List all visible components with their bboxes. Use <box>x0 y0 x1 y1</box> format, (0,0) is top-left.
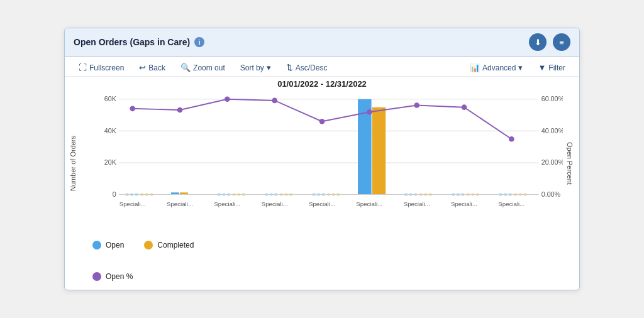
svg-text:Speciali...: Speciali... <box>262 200 288 207</box>
svg-text:60K: 60K <box>104 95 117 102</box>
svg-point-34 <box>319 119 325 124</box>
svg-text:40K: 40K <box>104 127 117 134</box>
svg-text:60.00%: 60.00% <box>541 95 563 102</box>
filter-button[interactable]: ▼ Filter <box>535 62 568 74</box>
svg-text:Speciali...: Speciali... <box>356 200 382 207</box>
asc-desc-button[interactable]: ⇅ Asc/Desc <box>284 62 330 74</box>
zoom-out-label: Zoom out <box>193 63 225 72</box>
toolbar: ⛶ Fullscreen ↩ Back 🔍 Zoom out Sort by ▾… <box>65 57 579 77</box>
advanced-button[interactable]: 📊 Advanced ▾ <box>467 62 525 74</box>
svg-point-31 <box>177 107 183 113</box>
sort-by-label: Sort by <box>240 63 264 72</box>
legend-area: Open Completed Open % <box>65 234 579 290</box>
advanced-label: Advanced <box>482 63 516 72</box>
legend-open: Open <box>92 241 124 249</box>
svg-point-38 <box>509 136 514 142</box>
svg-text:20.00%: 20.00% <box>541 158 563 166</box>
back-button[interactable]: ↩ Back <box>136 62 168 74</box>
filter-icon: ▼ <box>538 63 546 72</box>
asc-desc-label: Asc/Desc <box>296 63 328 72</box>
y-axis-right-label: Open Percent <box>563 92 577 234</box>
open-percent-legend-label: Open % <box>106 272 133 281</box>
info-icon[interactable]: i <box>194 37 204 47</box>
asc-desc-icon: ⇅ <box>286 63 293 72</box>
download-button[interactable]: ⬇ <box>529 33 547 51</box>
chevron-down-icon: ▾ <box>267 63 271 72</box>
widget-header: Open Orders (Gaps in Care) i ⬇ ≡ <box>65 28 579 57</box>
svg-text:Speciali...: Speciali... <box>167 200 193 207</box>
svg-point-36 <box>414 102 419 108</box>
svg-text:Speciali...: Speciali... <box>214 200 240 207</box>
zoom-out-icon: 🔍 <box>180 63 191 72</box>
date-range: 01/01/2022 - 12/31/2022 <box>65 77 579 90</box>
svg-point-30 <box>130 106 135 112</box>
widget-title: Open Orders (Gaps in Care) <box>74 37 190 47</box>
back-label: Back <box>148 63 165 72</box>
svg-text:0: 0 <box>113 190 116 198</box>
advanced-chevron-icon: ▾ <box>518 63 523 72</box>
fullscreen-button[interactable]: ⛶ Fullscreen <box>76 62 126 74</box>
svg-text:20K: 20K <box>104 158 117 166</box>
fullscreen-label: Fullscreen <box>89 63 124 72</box>
svg-text:Speciali...: Speciali... <box>404 200 430 207</box>
svg-text:40.00%: 40.00% <box>541 127 563 134</box>
legend-completed: Completed <box>144 241 194 249</box>
widget-container: Open Orders (Gaps in Care) i ⬇ ≡ ⛶ Fulls… <box>64 28 580 290</box>
svg-point-35 <box>367 109 372 115</box>
y-axis-left-label: Number of Orders <box>67 92 81 234</box>
svg-point-33 <box>272 98 277 104</box>
sort-by-button[interactable]: Sort by ▾ <box>238 62 274 74</box>
svg-text:Speciali...: Speciali... <box>498 200 525 207</box>
svg-point-37 <box>462 104 467 110</box>
advanced-icon: 📊 <box>470 63 480 72</box>
completed-legend-label: Completed <box>157 241 194 249</box>
svg-point-32 <box>225 96 230 102</box>
zoom-out-button[interactable]: 🔍 Zoom out <box>178 62 228 74</box>
menu-button[interactable]: ≡ <box>553 33 570 51</box>
svg-text:0.00%: 0.00% <box>541 190 561 198</box>
svg-text:Speciali...: Speciali... <box>451 200 477 207</box>
open-legend-dot <box>92 241 101 249</box>
header-actions: ⬇ ≡ <box>529 33 570 51</box>
completed-legend-dot <box>144 241 153 249</box>
chart-svg: 0 20K 40K 60K 0.00% 20.00% 40.00% 60.00% <box>81 92 563 234</box>
svg-text:Speciali...: Speciali... <box>309 200 335 207</box>
fullscreen-icon: ⛶ <box>79 63 87 72</box>
svg-rect-23 <box>372 107 386 195</box>
open-percent-legend-dot <box>92 272 101 281</box>
back-icon: ↩ <box>139 63 146 72</box>
legend-open-percent: Open % <box>92 272 133 281</box>
filter-label: Filter <box>548 63 565 72</box>
open-legend-label: Open <box>106 241 124 249</box>
widget-title-area: Open Orders (Gaps in Care) i <box>74 37 204 47</box>
svg-text:Speciali...: Speciali... <box>119 200 146 207</box>
